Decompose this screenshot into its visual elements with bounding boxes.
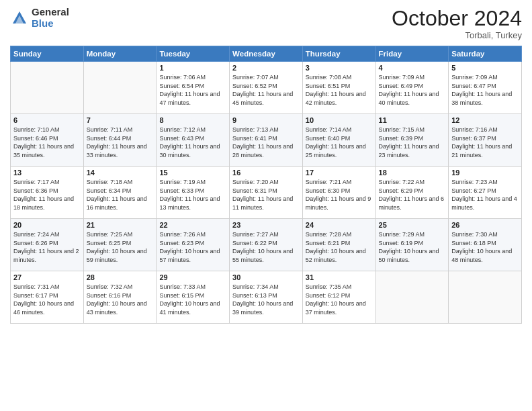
day-number: 6 <box>13 116 81 124</box>
calendar-cell: 10 Sunrise: 7:14 AMSunset: 6:40 PMDaylig… <box>302 114 375 167</box>
day-number: 25 <box>379 221 446 229</box>
day-number: 17 <box>306 169 373 177</box>
logo-general-text: General <box>32 7 69 18</box>
calendar-cell: 18 Sunrise: 7:22 AMSunset: 6:29 PMDaylig… <box>375 167 449 219</box>
day-info: Sunrise: 7:26 AMSunset: 6:23 PMDaylight:… <box>159 230 226 264</box>
day-info: Sunrise: 7:23 AMSunset: 6:27 PMDaylight:… <box>451 178 519 212</box>
calendar-cell <box>11 62 84 114</box>
calendar-week-row: 13 Sunrise: 7:17 AMSunset: 6:36 PMDaylig… <box>11 167 522 219</box>
day-info: Sunrise: 7:20 AMSunset: 6:31 PMDaylight:… <box>232 178 300 212</box>
day-header-saturday: Saturday <box>449 46 522 62</box>
calendar-cell: 29 Sunrise: 7:33 AMSunset: 6:15 PMDaylig… <box>157 271 230 324</box>
day-number: 10 <box>306 116 373 124</box>
calendar-cell: 27 Sunrise: 7:31 AMSunset: 6:17 PMDaylig… <box>11 271 84 324</box>
day-number: 8 <box>159 116 226 124</box>
calendar-page: General Blue October 2024 Torbali, Turke… <box>0 0 532 411</box>
day-number: 3 <box>306 64 373 72</box>
calendar-cell: 3 Sunrise: 7:08 AMSunset: 6:51 PMDayligh… <box>302 62 375 114</box>
day-info: Sunrise: 7:18 AMSunset: 6:34 PMDaylight:… <box>87 178 154 212</box>
day-number: 28 <box>87 273 154 281</box>
calendar-cell: 25 Sunrise: 7:29 AMSunset: 6:19 PMDaylig… <box>375 219 449 271</box>
day-number: 15 <box>159 169 226 177</box>
day-info: Sunrise: 7:19 AMSunset: 6:33 PMDaylight:… <box>159 178 226 212</box>
calendar-cell: 26 Sunrise: 7:30 AMSunset: 6:18 PMDaylig… <box>449 219 522 271</box>
calendar-cell: 1 Sunrise: 7:06 AMSunset: 6:54 PMDayligh… <box>157 62 230 114</box>
calendar-cell: 4 Sunrise: 7:09 AMSunset: 6:49 PMDayligh… <box>375 62 449 114</box>
title-block: October 2024 Torbali, Turkey <box>392 7 522 40</box>
day-info: Sunrise: 7:16 AMSunset: 6:37 PMDaylight:… <box>451 126 519 159</box>
day-info: Sunrise: 7:14 AMSunset: 6:40 PMDaylight:… <box>306 126 373 159</box>
calendar-cell: 9 Sunrise: 7:13 AMSunset: 6:41 PMDayligh… <box>230 114 303 167</box>
calendar-week-row: 1 Sunrise: 7:06 AMSunset: 6:54 PMDayligh… <box>11 62 522 114</box>
day-number: 22 <box>159 221 226 229</box>
day-number: 23 <box>232 221 300 229</box>
day-info: Sunrise: 7:06 AMSunset: 6:54 PMDaylight:… <box>159 73 226 107</box>
day-info: Sunrise: 7:09 AMSunset: 6:47 PMDaylight:… <box>451 73 519 107</box>
day-number: 30 <box>232 273 300 281</box>
day-info: Sunrise: 7:08 AMSunset: 6:51 PMDaylight:… <box>306 73 373 107</box>
day-info: Sunrise: 7:13 AMSunset: 6:41 PMDaylight:… <box>232 126 300 159</box>
calendar-cell: 17 Sunrise: 7:21 AMSunset: 6:30 PMDaylig… <box>302 167 375 219</box>
calendar-cell: 19 Sunrise: 7:23 AMSunset: 6:27 PMDaylig… <box>449 167 522 219</box>
day-number: 12 <box>451 116 519 124</box>
day-info: Sunrise: 7:22 AMSunset: 6:29 PMDaylight:… <box>379 178 446 212</box>
day-number: 2 <box>232 64 300 72</box>
calendar-header-row: SundayMondayTuesdayWednesdayThursdayFrid… <box>11 46 522 62</box>
day-number: 18 <box>379 169 446 177</box>
day-info: Sunrise: 7:17 AMSunset: 6:36 PMDaylight:… <box>13 178 81 212</box>
logo-text: General Blue <box>32 7 69 29</box>
day-info: Sunrise: 7:31 AMSunset: 6:17 PMDaylight:… <box>13 283 81 316</box>
calendar-cell <box>449 271 522 324</box>
calendar-cell: 12 Sunrise: 7:16 AMSunset: 6:37 PMDaylig… <box>449 114 522 167</box>
day-number: 1 <box>159 64 226 72</box>
day-number: 29 <box>159 273 226 281</box>
day-number: 4 <box>379 64 446 72</box>
day-number: 7 <box>87 116 154 124</box>
day-info: Sunrise: 7:30 AMSunset: 6:18 PMDaylight:… <box>451 230 519 264</box>
day-number: 26 <box>451 221 519 229</box>
day-number: 11 <box>379 116 446 124</box>
day-header-tuesday: Tuesday <box>157 46 230 62</box>
calendar-week-row: 27 Sunrise: 7:31 AMSunset: 6:17 PMDaylig… <box>11 271 522 324</box>
logo: General Blue <box>10 7 69 29</box>
day-header-thursday: Thursday <box>302 46 375 62</box>
day-header-friday: Friday <box>375 46 449 62</box>
day-info: Sunrise: 7:07 AMSunset: 6:52 PMDaylight:… <box>232 73 300 107</box>
day-number: 24 <box>306 221 373 229</box>
calendar-week-row: 6 Sunrise: 7:10 AMSunset: 6:46 PMDayligh… <box>11 114 522 167</box>
calendar-week-row: 20 Sunrise: 7:24 AMSunset: 6:26 PMDaylig… <box>11 219 522 271</box>
day-info: Sunrise: 7:10 AMSunset: 6:46 PMDaylight:… <box>13 126 81 159</box>
calendar-cell: 31 Sunrise: 7:35 AMSunset: 6:12 PMDaylig… <box>302 271 375 324</box>
day-number: 31 <box>306 273 373 281</box>
calendar-cell: 21 Sunrise: 7:25 AMSunset: 6:25 PMDaylig… <box>83 219 157 271</box>
calendar-cell: 22 Sunrise: 7:26 AMSunset: 6:23 PMDaylig… <box>157 219 230 271</box>
calendar-cell: 23 Sunrise: 7:27 AMSunset: 6:22 PMDaylig… <box>230 219 303 271</box>
day-info: Sunrise: 7:27 AMSunset: 6:22 PMDaylight:… <box>232 230 300 264</box>
header: General Blue October 2024 Torbali, Turke… <box>10 7 522 40</box>
day-number: 20 <box>13 221 81 229</box>
day-info: Sunrise: 7:35 AMSunset: 6:12 PMDaylight:… <box>306 283 373 316</box>
day-info: Sunrise: 7:34 AMSunset: 6:13 PMDaylight:… <box>232 283 300 316</box>
calendar-cell: 13 Sunrise: 7:17 AMSunset: 6:36 PMDaylig… <box>11 167 84 219</box>
logo-blue-text: Blue <box>32 18 69 30</box>
location-subtitle: Torbali, Turkey <box>392 30 522 40</box>
day-info: Sunrise: 7:32 AMSunset: 6:16 PMDaylight:… <box>87 283 154 316</box>
day-number: 13 <box>13 169 81 177</box>
day-info: Sunrise: 7:25 AMSunset: 6:25 PMDaylight:… <box>87 230 154 264</box>
day-header-sunday: Sunday <box>11 46 84 62</box>
calendar-cell: 16 Sunrise: 7:20 AMSunset: 6:31 PMDaylig… <box>230 167 303 219</box>
day-header-wednesday: Wednesday <box>230 46 303 62</box>
day-info: Sunrise: 7:15 AMSunset: 6:39 PMDaylight:… <box>379 126 446 159</box>
month-title: October 2024 <box>392 7 522 30</box>
calendar-cell: 15 Sunrise: 7:19 AMSunset: 6:33 PMDaylig… <box>157 167 230 219</box>
calendar-cell <box>83 62 157 114</box>
day-number: 19 <box>451 169 519 177</box>
day-info: Sunrise: 7:11 AMSunset: 6:44 PMDaylight:… <box>87 126 154 159</box>
calendar-cell: 30 Sunrise: 7:34 AMSunset: 6:13 PMDaylig… <box>230 271 303 324</box>
calendar-cell <box>375 271 449 324</box>
day-number: 16 <box>232 169 300 177</box>
day-number: 21 <box>87 221 154 229</box>
day-info: Sunrise: 7:28 AMSunset: 6:21 PMDaylight:… <box>306 230 373 264</box>
calendar-cell: 28 Sunrise: 7:32 AMSunset: 6:16 PMDaylig… <box>83 271 157 324</box>
day-number: 14 <box>87 169 154 177</box>
